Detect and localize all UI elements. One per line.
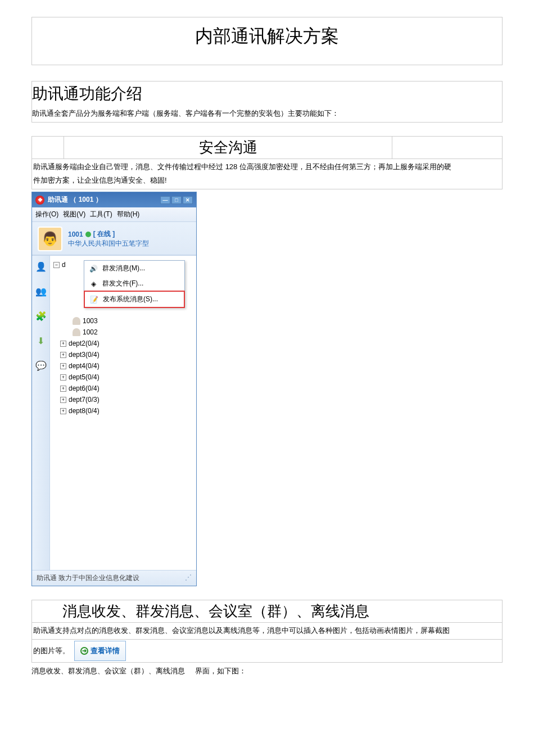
tree-user-label: 1003 <box>83 317 98 325</box>
expand-icon[interactable]: + <box>60 363 66 369</box>
app-main-area: 👤 👥 🧩 ⬇ 💬 − d 🔊 群发消息(M)... ◈ 群发文件(F)... <box>32 255 196 570</box>
tree-user-label: 1002 <box>83 328 98 336</box>
tree-user[interactable]: 1002 <box>52 327 194 338</box>
user-info-panel: 👨 1001 [ 在线 ] 中华人民共和国中五笔字型 <box>32 222 196 255</box>
document-title: 内部通讯解决方案 <box>31 17 503 65</box>
tree-dept-label: dept4(0/4) <box>69 362 99 370</box>
contacts-icon[interactable]: 👤 <box>35 260 47 273</box>
app-titlebar: ❖ 助讯通 （ 1001 ） — □ ✕ <box>32 192 196 207</box>
side-tab-bar: 👤 👥 🧩 ⬇ 💬 <box>32 256 50 570</box>
minimize-button[interactable]: — <box>160 196 170 204</box>
menu-operation[interactable]: 操作(O) <box>35 210 58 219</box>
app-logo-icon: ❖ <box>35 196 44 205</box>
tree-dept-label: dept2(0/4) <box>69 339 99 347</box>
download-icon[interactable]: ⬇ <box>35 334 47 347</box>
sec1-text-b: 128 位高强度加密处理，且不经由任何第三方；再加上服务端采用的硬 <box>225 160 451 174</box>
group-icon[interactable]: 👥 <box>35 285 47 297</box>
tree-dept-label: dept3(0/4) <box>69 351 99 359</box>
menu-tool[interactable]: 工具(T) <box>90 210 112 219</box>
user-icon <box>73 328 80 336</box>
app-menubar: 操作(O) 视图(V) 工具(T) 帮助(H) <box>32 207 196 222</box>
section-1-heading: 安全沟通 <box>64 137 392 159</box>
tree-dept-label: dept5(0/4) <box>69 373 99 381</box>
tree-root-label: d <box>62 261 66 269</box>
tree-dept-label: dept7(0/3) <box>69 396 99 404</box>
context-menu: 🔊 群发消息(M)... ◈ 群发文件(F)... 📝 发布系统消息(S)... <box>84 260 185 308</box>
menu-view[interactable]: 视图(V) <box>63 210 85 219</box>
ctx-mass-message-label: 群发消息(M)... <box>102 264 145 273</box>
intro-description: 助讯通全套产品分为服务端和客户端（服务端、客户端各有一个完整的安装包）主要功能如… <box>32 106 502 122</box>
contact-tree: − d 🔊 群发消息(M)... ◈ 群发文件(F)... 📝 发布系统消息(S… <box>50 256 196 570</box>
tree-dept[interactable]: + dept6(0/4) <box>52 383 194 394</box>
window-controls: — □ ✕ <box>160 196 193 204</box>
ctx-mass-file-label: 群发文件(F)... <box>102 279 143 288</box>
view-details-button[interactable]: ➜ 查看详情 <box>74 641 126 662</box>
tree-dept[interactable]: + dept7(0/3) <box>52 394 194 405</box>
tree-user[interactable]: 1003 <box>52 315 194 327</box>
file-send-icon: ◈ <box>89 280 98 288</box>
app-window: ❖ 助讯通 （ 1001 ） — □ ✕ 操作(O) 视图(V) 工具(T) 帮… <box>31 192 197 586</box>
tree-dept[interactable]: + dept4(0/4) <box>52 360 194 372</box>
menu-help[interactable]: 帮助(H) <box>117 210 140 219</box>
speaker-icon: 🔊 <box>89 265 98 273</box>
arrow-circle-icon: ➜ <box>80 647 88 655</box>
view-details-label: 查看详情 <box>90 643 120 659</box>
expand-icon[interactable]: + <box>60 374 66 381</box>
user-ime-text: 中华人民共和国中五笔字型 <box>68 239 149 248</box>
avatar[interactable]: 👨 <box>38 227 62 251</box>
expand-icon[interactable]: + <box>60 397 66 403</box>
expand-icon[interactable]: + <box>60 408 66 414</box>
ctx-system-message[interactable]: 📝 发布系统消息(S)... <box>84 291 185 308</box>
collapse-icon[interactable]: − <box>53 262 60 268</box>
tree-dept[interactable]: + dept5(0/4) <box>52 372 194 383</box>
resize-grip-icon[interactable]: ⋰ <box>185 573 192 583</box>
tree-dept[interactable]: + dept3(0/4) <box>52 349 194 360</box>
status-online-icon <box>85 232 91 237</box>
tree-dept-label: dept8(0/4) <box>69 407 99 415</box>
sec2-text-c-b: 界面，如下图： <box>195 667 246 675</box>
tree-dept[interactable]: + dept8(0/4) <box>52 405 194 417</box>
expand-icon[interactable]: + <box>60 341 66 347</box>
section-2-heading: 消息收发、群发消息、会议室（群）、离线消息 <box>32 600 502 622</box>
user-status-text: [ 在线 ] <box>93 229 115 239</box>
sec2-text-b: 的图片等。 <box>33 646 70 655</box>
user-id-row: 1001 [ 在线 ] <box>68 229 149 239</box>
section-2-line-1: 助讯通支持点对点的消息收发、群发消息、会议室消息以及离线消息等，消息中可以插入各… <box>31 622 503 640</box>
close-button[interactable]: ✕ <box>183 196 193 204</box>
sec1-text-c: 件加密方案，让企业信息沟通安全、稳固! <box>33 176 167 184</box>
ctx-system-message-label: 发布系统消息(S)... <box>103 295 158 304</box>
app-footer: 助讯通 致力于中国企业信息化建设 ⋰ <box>32 570 196 586</box>
note-icon: 📝 <box>89 296 98 304</box>
ctx-mass-message[interactable]: 🔊 群发消息(M)... <box>84 261 184 276</box>
colored-icon[interactable]: 🧩 <box>35 310 47 322</box>
section-2-line-3: 消息收发、群发消息、会议室（群）、离线消息 界面，如下图： <box>31 662 503 681</box>
section-1-body: 助讯通服务端由企业自己管理，消息、文件传输过程中经过 128 位高强度加密处理，… <box>31 159 503 189</box>
sec2-text-c-a: 消息收发、群发消息、会议室（群）、离线消息 <box>31 667 185 675</box>
ctx-mass-file[interactable]: ◈ 群发文件(F)... <box>84 276 184 291</box>
app-footer-text: 助讯通 致力于中国企业信息化建设 <box>37 573 139 583</box>
intro-heading: 助讯通功能介绍 <box>32 82 502 106</box>
section-2-line-2-row: 的图片等。 ➜ 查看详情 <box>31 639 503 663</box>
user-id: 1001 <box>68 230 83 238</box>
sec1-text-a: 助讯通服务端由企业自己管理，消息、文件传输过程中经过 <box>33 162 223 171</box>
user-icon <box>73 317 80 325</box>
maximize-button[interactable]: □ <box>171 196 182 204</box>
app-title-text: 助讯通 （ 1001 ） <box>48 195 102 205</box>
tree-dept[interactable]: + dept2(0/4) <box>52 338 194 349</box>
expand-icon[interactable]: + <box>60 386 66 392</box>
chat-icon[interactable]: 💬 <box>35 359 47 372</box>
expand-icon[interactable]: + <box>60 352 66 358</box>
tree-dept-label: dept6(0/4) <box>69 384 99 392</box>
